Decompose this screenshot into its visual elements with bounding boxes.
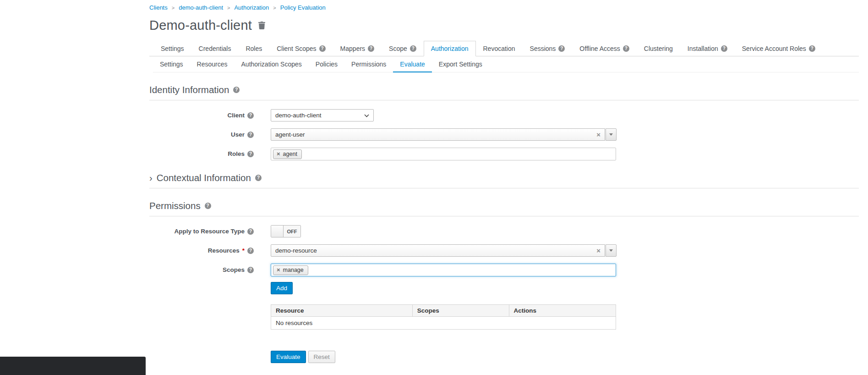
- tab-roles[interactable]: Roles: [238, 41, 269, 56]
- remove-tag-icon[interactable]: ×: [277, 267, 280, 273]
- subtab-policies[interactable]: Policies: [309, 56, 344, 72]
- toggle-state-label: OFF: [284, 226, 300, 237]
- permissions-header: Permissions ?: [149, 200, 859, 216]
- user-combobox: agent-user ×: [271, 128, 617, 141]
- table-empty-message: No resources: [271, 317, 616, 330]
- help-icon: ?: [233, 87, 240, 93]
- tab-service-account-roles[interactable]: Service Account Roles?: [735, 41, 823, 56]
- tab-client-scopes[interactable]: Client Scopes?: [269, 41, 333, 56]
- page-header: Demo-auth-client: [149, 18, 859, 33]
- subtab-label: Settings: [160, 61, 183, 68]
- resources-combobox-dropdown-button[interactable]: [606, 244, 617, 257]
- tab-label: Roles: [246, 45, 262, 52]
- help-icon: ?: [623, 45, 629, 52]
- add-button[interactable]: Add: [271, 282, 293, 294]
- roles-tag-input[interactable]: × agent: [271, 148, 616, 160]
- resources-table: Resource Scopes Actions No resources: [271, 304, 616, 330]
- tab-sessions[interactable]: Sessions?: [523, 41, 573, 56]
- clear-icon[interactable]: ×: [596, 131, 601, 138]
- reset-button[interactable]: Reset: [308, 351, 335, 363]
- tab-credentials[interactable]: Credentials: [191, 41, 239, 56]
- client-field-label: Client ?: [149, 109, 254, 119]
- role-tag-agent: × agent: [273, 149, 302, 159]
- user-field-label: User ?: [149, 128, 254, 138]
- tab-label: Clustering: [644, 45, 673, 52]
- tab-label: Settings: [161, 45, 184, 52]
- tab-label: Scope: [389, 45, 407, 52]
- subtab-export-settings[interactable]: Export Settings: [432, 56, 489, 72]
- tag-label: manage: [283, 267, 304, 273]
- tab-label: Authorization: [431, 45, 469, 52]
- subtab-evaluate[interactable]: Evaluate: [393, 56, 431, 72]
- clear-icon[interactable]: ×: [596, 247, 601, 254]
- caret-down-icon: [609, 133, 613, 136]
- subtab-label: Export Settings: [439, 61, 482, 68]
- tab-label: Credentials: [199, 45, 231, 52]
- label-text: Roles: [228, 150, 245, 157]
- label-text: Apply to Resource Type: [174, 228, 245, 235]
- tab-revocation[interactable]: Revocation: [476, 41, 523, 56]
- help-icon: ?: [319, 45, 326, 52]
- tab-offline-access[interactable]: Offline Access?: [572, 41, 636, 56]
- tab-settings[interactable]: Settings: [153, 41, 191, 56]
- resources-combobox-input[interactable]: demo-resource ×: [271, 244, 605, 257]
- trash-icon: [258, 24, 265, 31]
- label-text: Scopes: [223, 266, 245, 273]
- breadcrumb-separator-icon: >: [273, 5, 276, 11]
- remove-tag-icon[interactable]: ×: [277, 151, 280, 157]
- subtab-permissions[interactable]: Permissions: [344, 56, 393, 72]
- label-text: Client: [227, 112, 245, 119]
- tab-installation[interactable]: Installation?: [680, 41, 735, 56]
- evaluate-button[interactable]: Evaluate: [271, 351, 306, 363]
- breadcrumb-link-client[interactable]: demo-auth-client: [179, 4, 223, 11]
- subtab-label: Permissions: [351, 61, 386, 68]
- client-select[interactable]: demo-auth-client: [271, 109, 374, 121]
- tab-label: Revocation: [483, 45, 515, 52]
- delete-client-button[interactable]: [258, 22, 265, 29]
- subtab-settings[interactable]: Settings: [153, 56, 190, 72]
- subtab-resources[interactable]: Resources: [190, 56, 235, 72]
- breadcrumb-separator-icon: >: [172, 5, 175, 11]
- table-empty-row: No resources: [271, 317, 616, 330]
- breadcrumb-link-policy-evaluation[interactable]: Policy Evaluation: [280, 4, 326, 11]
- apply-to-resource-type-toggle[interactable]: OFF: [271, 225, 301, 237]
- scopes-field-row: Scopes ? × manage: [149, 264, 859, 276]
- help-icon: ?: [247, 267, 254, 273]
- tab-label: Sessions: [530, 45, 556, 52]
- tab-label: Mappers: [340, 45, 365, 52]
- client-tabs: Settings Credentials Roles Client Scopes…: [149, 41, 859, 56]
- label-text: Resources: [208, 247, 240, 254]
- help-icon: ?: [205, 203, 211, 209]
- user-combobox-dropdown-button[interactable]: [606, 128, 617, 141]
- scope-tag-manage: × manage: [273, 265, 308, 275]
- select-chevron-icon: [364, 112, 369, 119]
- tab-mappers[interactable]: Mappers?: [333, 41, 382, 56]
- help-icon: ?: [809, 45, 815, 52]
- scopes-tag-input[interactable]: × manage: [271, 264, 616, 276]
- breadcrumb-link-authorization[interactable]: Authorization: [234, 4, 269, 11]
- subtab-authorization-scopes[interactable]: Authorization Scopes: [235, 56, 309, 72]
- section-title: Permissions: [149, 200, 201, 211]
- page-title: Demo-auth-client: [149, 18, 252, 33]
- tab-clustering[interactable]: Clustering: [637, 41, 680, 56]
- tab-scope[interactable]: Scope?: [382, 41, 424, 56]
- tab-label: Offline Access: [579, 45, 620, 52]
- column-header-scopes: Scopes: [412, 305, 509, 317]
- breadcrumb: Clients > demo-auth-client > Authorizati…: [149, 0, 859, 11]
- scopes-field-label: Scopes ?: [149, 264, 254, 273]
- apply-to-resource-type-label: Apply to Resource Type ?: [149, 225, 254, 235]
- subtab-label: Evaluate: [400, 61, 425, 68]
- browser-status-bubble: [0, 357, 146, 375]
- breadcrumb-separator-icon: >: [227, 5, 230, 11]
- tab-authorization[interactable]: Authorization: [424, 41, 476, 56]
- table-header-row: Resource Scopes Actions: [271, 305, 616, 317]
- contextual-information-toggle[interactable]: › Contextual Information ?: [149, 172, 859, 188]
- help-icon: ?: [410, 45, 416, 52]
- breadcrumb-link-clients[interactable]: Clients: [149, 4, 168, 11]
- resources-combobox: demo-resource ×: [271, 244, 617, 257]
- user-field-row: User ? agent-user ×: [149, 128, 859, 141]
- resources-field-row: Resources * ? demo-resource ×: [149, 244, 859, 257]
- subtab-label: Authorization Scopes: [241, 61, 302, 68]
- caret-down-icon: [609, 249, 613, 252]
- user-combobox-input[interactable]: agent-user ×: [271, 128, 605, 141]
